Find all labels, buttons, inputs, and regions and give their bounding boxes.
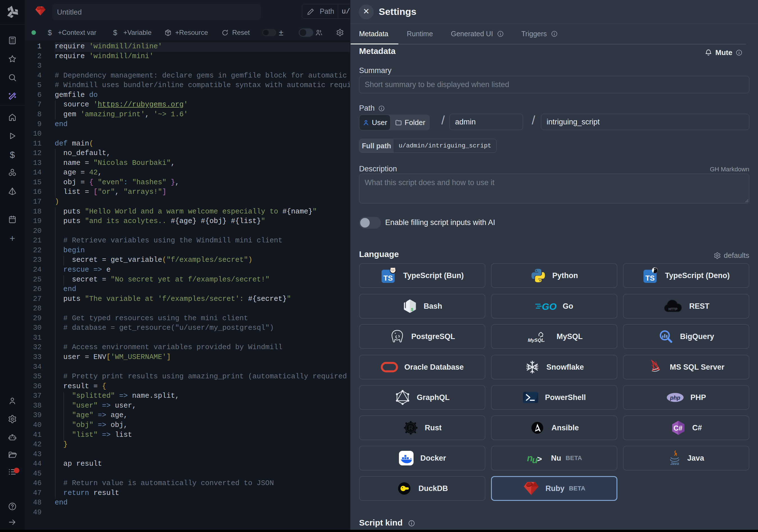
svg-text:$: $ [411, 307, 413, 312]
svg-text:php: php [670, 395, 680, 401]
svg-text:Java: Java [670, 461, 679, 466]
svg-text:C#: C# [673, 424, 682, 432]
svg-text:GO: GO [542, 301, 556, 312]
svg-text:>: > [537, 454, 542, 463]
svg-text:MySQL: MySQL [528, 337, 544, 343]
svg-text:R: R [408, 424, 413, 432]
svg-text:HTTP: HTTP [669, 307, 677, 311]
svg-text:TS: TS [645, 274, 655, 282]
svg-text:TS: TS [384, 274, 393, 282]
